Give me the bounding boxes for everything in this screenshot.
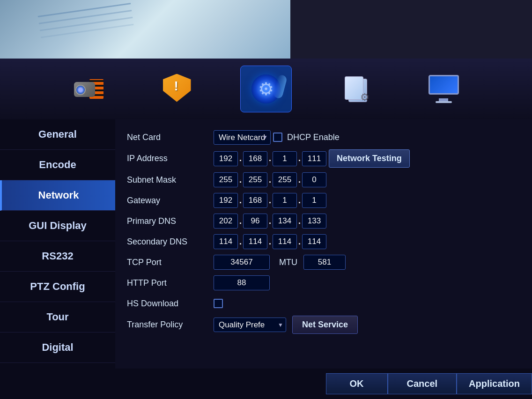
subnet-octet-4[interactable]: [302, 172, 326, 187]
camera-feed-right: [290, 0, 532, 59]
ip-octet-2[interactable]: [243, 151, 267, 166]
primary-dns-input: . . .: [214, 214, 326, 229]
nav-device[interactable]: ⚙: [329, 66, 381, 112]
secondary-dns-input: . . .: [214, 234, 326, 249]
subnet-octet-2[interactable]: [243, 172, 267, 187]
secondary-dns-value: . . .: [214, 234, 326, 249]
mtu-label: MTU: [279, 258, 297, 267]
sidebar-item-tour[interactable]: Tour: [0, 302, 115, 332]
gateway-octet-1[interactable]: [214, 193, 238, 208]
sidebar-item-ptz-config[interactable]: PTZ Config: [0, 272, 115, 302]
hs-download-row: HS Download: [127, 295, 520, 312]
ip-address-label: IP Address: [127, 154, 214, 163]
secondary-dns-octet-1[interactable]: [214, 234, 238, 249]
bottom-buttons: OK Cancel Application: [115, 369, 532, 399]
primary-dns-octet-2[interactable]: [243, 214, 267, 229]
net-card-select-wrapper: Wire Netcard: [214, 130, 271, 145]
transfer-policy-select-wrapper: Quality Prefe: [214, 318, 286, 332]
subnet-octet-1[interactable]: [214, 172, 238, 187]
net-card-select[interactable]: Wire Netcard: [214, 130, 271, 145]
http-port-row: HTTP Port: [127, 274, 520, 291]
secondary-dns-row: Secondary DNS . . .: [127, 233, 520, 250]
hs-download-checkbox[interactable]: [214, 299, 223, 308]
camera-feed: [0, 0, 290, 59]
secondary-dns-label: Secondary DNS: [127, 237, 214, 247]
settings-gear-icon: [249, 74, 284, 104]
subnet-mask-input: . . .: [214, 172, 326, 187]
dhcp-label: DHCP Enable: [287, 133, 340, 142]
network-monitor-icon: [427, 74, 462, 104]
ip-octet-1[interactable]: [214, 151, 238, 166]
subnet-octet-3[interactable]: [273, 172, 297, 187]
primary-dns-label: Primary DNS: [127, 216, 214, 226]
sidebar: General Encode Network GUI Display RS232…: [0, 119, 115, 399]
sidebar-item-rs232[interactable]: RS232: [0, 241, 115, 272]
nav-network-monitor[interactable]: [418, 66, 470, 112]
network-testing-button[interactable]: Network Testing: [329, 149, 410, 168]
sidebar-item-digital[interactable]: Digital: [0, 332, 115, 363]
ip-octet-4[interactable]: [302, 151, 326, 166]
top-nav: ! ⚙: [0, 59, 532, 119]
transfer-policy-label: Transfer Policy: [127, 320, 214, 330]
http-port-input[interactable]: [214, 275, 270, 290]
net-card-label: Net Card: [127, 133, 214, 142]
http-port-label: HTTP Port: [127, 278, 214, 288]
subnet-mask-value: . . .: [214, 172, 326, 187]
nav-camera-playback[interactable]: [62, 66, 114, 112]
nav-alarm[interactable]: !: [151, 66, 203, 112]
ip-address-input: . . .: [214, 151, 326, 166]
ip-address-value: . . . Network Testing: [214, 149, 410, 168]
tcp-port-input[interactable]: [214, 255, 270, 270]
cancel-button[interactable]: Cancel: [388, 373, 457, 394]
gateway-label: Gateway: [127, 196, 214, 206]
secondary-dns-octet-4[interactable]: [302, 234, 326, 249]
sidebar-item-network[interactable]: Network: [0, 180, 115, 211]
gateway-input: . . .: [214, 193, 326, 208]
gateway-octet-2[interactable]: [243, 193, 267, 208]
net-card-row: Net Card Wire Netcard DHCP Enable: [127, 129, 520, 146]
ip-octet-3[interactable]: [273, 151, 297, 166]
nav-settings[interactable]: [240, 66, 292, 112]
transfer-policy-select[interactable]: Quality Prefe: [214, 318, 286, 332]
gateway-octet-4[interactable]: [302, 193, 326, 208]
primary-dns-octet-4[interactable]: [302, 214, 326, 229]
dhcp-checkbox[interactable]: [273, 133, 282, 142]
primary-dns-octet-1[interactable]: [214, 214, 238, 229]
primary-dns-octet-3[interactable]: [273, 214, 297, 229]
tcp-port-row: TCP Port MTU: [127, 254, 520, 271]
tcp-port-value: MTU: [214, 255, 346, 270]
content-panel: Net Card Wire Netcard DHCP Enable IP Add…: [115, 119, 532, 399]
subnet-mask-label: Subnet Mask: [127, 175, 214, 185]
primary-dns-row: Primary DNS . . .: [127, 213, 520, 229]
net-card-value: Wire Netcard DHCP Enable: [214, 130, 340, 145]
alarm-icon: !: [160, 74, 195, 104]
http-port-value: [214, 275, 270, 290]
net-service-button[interactable]: Net Service: [292, 316, 358, 334]
gateway-octet-3[interactable]: [273, 193, 297, 208]
device-pages-icon: ⚙: [338, 74, 373, 104]
transfer-policy-row: Transfer Policy Quality Prefe Net Servic…: [127, 316, 520, 334]
sidebar-item-gui-display[interactable]: GUI Display: [0, 211, 115, 241]
primary-dns-value: . . .: [214, 214, 326, 229]
application-button[interactable]: Application: [457, 373, 532, 394]
sidebar-item-encode[interactable]: Encode: [0, 150, 115, 180]
main-area: General Encode Network GUI Display RS232…: [0, 119, 532, 399]
camera-playback-icon: [71, 74, 106, 104]
hs-download-label: HS Download: [127, 299, 214, 309]
sidebar-item-general[interactable]: General: [0, 119, 115, 150]
transfer-policy-value: Quality Prefe Net Service: [214, 316, 358, 334]
subnet-mask-row: Subnet Mask . . .: [127, 171, 520, 188]
secondary-dns-octet-3[interactable]: [273, 234, 297, 249]
ok-button[interactable]: OK: [326, 373, 388, 394]
ip-address-row: IP Address . . . Network Testing: [127, 149, 520, 168]
gateway-value: . . .: [214, 193, 326, 208]
mtu-input[interactable]: [303, 255, 346, 270]
hs-download-value: [214, 299, 223, 308]
secondary-dns-octet-2[interactable]: [243, 234, 267, 249]
gateway-row: Gateway . . .: [127, 192, 520, 209]
tcp-port-label: TCP Port: [127, 258, 214, 267]
